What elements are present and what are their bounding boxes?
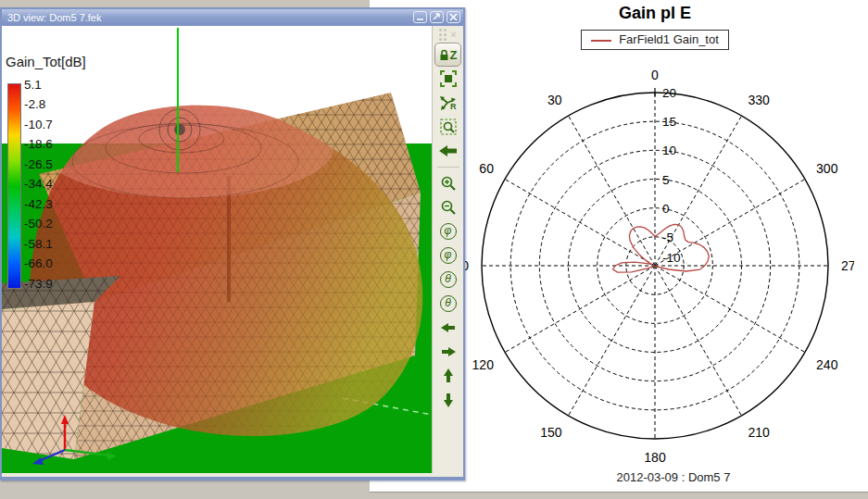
zoom-out-button[interactable] — [436, 196, 460, 218]
svg-text:20: 20 — [662, 86, 676, 100]
svg-text:300: 300 — [816, 161, 838, 176]
colorbar-tick: -18.6 — [24, 137, 53, 156]
colorbar-tick: -34.4 — [24, 177, 53, 195]
rotate-phi-cw-button[interactable]: φ — [436, 244, 460, 267]
pan-down-button[interactable] — [436, 389, 460, 411]
zoom-in-button[interactable] — [436, 172, 460, 194]
lock-z-axis-button[interactable]: Z — [434, 43, 461, 67]
colorbar-tick: -2.8 — [24, 97, 45, 116]
window-titlebar[interactable]: 3D view: Dom5 7.fek — [2, 9, 463, 26]
svg-text:60: 60 — [479, 161, 494, 176]
colorbar-tick: -73.9 — [24, 277, 53, 295]
3d-viewport[interactable]: Gain_Tot[dB] 5.1 -2.8 -10.7 -18.6 -26.5 … — [2, 26, 432, 473]
close-button[interactable] — [447, 11, 460, 23]
view-toolbar: × Z R φ φ θ θ — [432, 26, 463, 473]
rotate-theta-cw-button[interactable]: θ — [436, 268, 460, 291]
rotate-theta-ccw-button[interactable]: θ — [436, 293, 460, 315]
svg-text:10: 10 — [662, 143, 676, 157]
polar-legend-box: FarField1 Gain_tot — [581, 30, 729, 50]
colorbar-tick: -66.0 — [24, 256, 53, 275]
svg-text:15: 15 — [662, 115, 676, 129]
series-color-swatch — [591, 40, 611, 42]
svg-text:180: 180 — [644, 450, 666, 465]
svg-text:330: 330 — [748, 93, 771, 107]
colorbar-tick: 5.1 — [24, 78, 42, 96]
svg-text:0: 0 — [651, 68, 659, 82]
pan-right-button[interactable] — [436, 341, 460, 363]
polar-legend: FarField1 Gain_tot — [456, 30, 854, 50]
lock-icon — [439, 49, 449, 61]
series-label: FarField1 Gain_tot — [619, 32, 719, 46]
gain-legend-title: Gain_Tot[dB] — [6, 54, 86, 69]
colorbar-tick: -10.7 — [24, 118, 53, 136]
colorbar-tick: -58.1 — [24, 237, 53, 256]
svg-text:240: 240 — [816, 357, 838, 372]
colorbar-tick: -50.2 — [24, 217, 53, 235]
polar-chart: 030609012015018021024027030033020151050-… — [456, 67, 854, 465]
svg-text:R: R — [450, 102, 457, 111]
3d-view-window: 3D view: Dom5 7.fek — [0, 7, 465, 480]
svg-text:0: 0 — [662, 202, 670, 216]
svg-text:270: 270 — [841, 258, 854, 273]
toolbar-close-icon[interactable]: × — [450, 29, 456, 40]
zoom-to-extents-button[interactable] — [436, 68, 460, 90]
rotate-phi-ccw-button[interactable]: φ — [436, 220, 460, 243]
minimize-button[interactable] — [413, 11, 427, 23]
polar-caption: 2012-03-09 : Dom5 7 — [456, 470, 868, 484]
colorbar-tick: -42.3 — [24, 197, 53, 216]
svg-text:5: 5 — [662, 173, 670, 187]
gain-colorbar — [7, 83, 21, 289]
polar-chart-title: Gain pl E — [456, 4, 854, 23]
svg-text:210: 210 — [748, 425, 771, 440]
pan-left-button[interactable] — [436, 317, 460, 339]
gain-pattern-curve — [613, 224, 710, 272]
3d-scene — [2, 26, 432, 473]
svg-text:-5: -5 — [662, 231, 673, 244]
svg-text:150: 150 — [540, 425, 562, 440]
restore-button[interactable] — [430, 11, 444, 23]
window-title: 3D view: Dom5 7.fek — [7, 12, 101, 23]
rotate-view-button[interactable]: R — [436, 92, 460, 114]
colorbar-tick: -26.5 — [24, 157, 53, 176]
pan-up-button[interactable] — [436, 365, 460, 387]
svg-text:30: 30 — [547, 93, 562, 107]
svg-text:120: 120 — [472, 357, 495, 372]
toolbar-grip-handle[interactable] — [439, 29, 447, 41]
zoom-to-window-button[interactable] — [436, 116, 460, 138]
svg-text:-10: -10 — [662, 251, 681, 265]
view-back-button[interactable] — [436, 140, 460, 162]
